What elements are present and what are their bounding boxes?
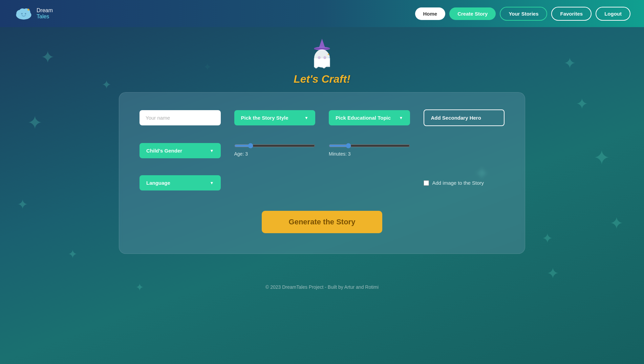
form-row-1: Pick the Story Style ▼ Pick Educational … — [139, 109, 505, 126]
minutes-slider-container: Minutes: 3 — [329, 143, 410, 157]
educational-topic-chevron-icon: ▼ — [399, 116, 403, 120]
secondary-hero-button[interactable]: Add Secondary Hero — [424, 109, 505, 126]
footer: © 2023 DreamTales Project - Built by Art… — [0, 274, 644, 300]
create-story-button[interactable]: Create Story — [449, 7, 496, 20]
favorites-button[interactable]: Favorites — [551, 7, 592, 21]
logo-icon: ★ — [14, 5, 34, 22]
form-card: Pick the Story Style ▼ Pick Educational … — [119, 92, 525, 254]
craft-title: Let's Craft! — [294, 73, 350, 85]
footer-text: © 2023 DreamTales Project - Built by Art… — [265, 284, 379, 290]
add-image-container: Add image to the Story — [424, 180, 505, 186]
story-style-chevron-icon: ▼ — [304, 116, 308, 120]
svg-point-13 — [318, 56, 321, 59]
main-content: ✦ ✦ Let's Craft! Pick the Story Style ▼ … — [0, 27, 644, 254]
story-style-dropdown[interactable]: Pick the Story Style ▼ — [234, 110, 316, 125]
logo-dream-text: Dream — [37, 7, 53, 14]
add-image-checkbox-area: Add image to the Story — [424, 180, 505, 186]
age-slider[interactable] — [234, 143, 316, 148]
age-label: Age: 3 — [234, 151, 248, 157]
svg-rect-10 — [314, 48, 330, 49]
logo-tales-text: Tales — [37, 14, 53, 20]
minutes-label: Minutes: 3 — [329, 151, 351, 157]
add-image-checkbox[interactable] — [424, 180, 429, 186]
name-field-container — [139, 110, 221, 125]
language-dropdown[interactable]: Language ▼ — [139, 175, 221, 190]
svg-text:★: ★ — [27, 7, 30, 12]
ghost-mascot-icon: ✦ ✦ — [305, 37, 339, 71]
svg-point-14 — [323, 56, 326, 59]
header: ★ Dream Tales Home Create Story Your Sto… — [0, 0, 644, 27]
generate-row: Generate the Story — [139, 211, 505, 233]
your-stories-button[interactable]: Your Stories — [500, 7, 547, 21]
language-chevron-icon: ▼ — [210, 181, 214, 185]
logo: ★ Dream Tales — [14, 5, 53, 22]
svg-point-4 — [21, 13, 23, 15]
story-style-container: Pick the Story Style ▼ — [234, 110, 316, 125]
form-row-3: Language ▼ Add image to the Story — [139, 175, 505, 190]
svg-text:✦: ✦ — [328, 56, 330, 59]
gender-dropdown[interactable]: Child's Gender ▼ — [139, 143, 221, 158]
age-slider-container: Age: 3 — [234, 143, 316, 157]
generate-story-button[interactable]: Generate the Story — [262, 211, 383, 233]
language-container: Language ▼ — [139, 175, 221, 190]
logout-button[interactable]: Logout — [596, 7, 630, 21]
mascot-area: ✦ ✦ Let's Craft! — [294, 37, 350, 85]
gender-container: Child's Gender ▼ — [139, 143, 221, 158]
secondary-hero-container: Add Secondary Hero — [424, 109, 505, 126]
home-button[interactable]: Home — [415, 7, 446, 20]
educational-topic-container: Pick Educational Topic ▼ — [329, 110, 410, 125]
minutes-slider[interactable] — [329, 143, 410, 148]
educational-topic-dropdown[interactable]: Pick Educational Topic ▼ — [329, 110, 410, 125]
nav: Home Create Story Your Stories Favorites… — [415, 7, 630, 21]
add-image-label[interactable]: Add image to the Story — [432, 180, 484, 186]
svg-point-5 — [25, 13, 26, 15]
gender-chevron-icon: ▼ — [210, 148, 214, 153]
name-input[interactable] — [139, 110, 221, 125]
form-row-2: Child's Gender ▼ Age: 3 Minutes: 3 — [139, 143, 505, 158]
